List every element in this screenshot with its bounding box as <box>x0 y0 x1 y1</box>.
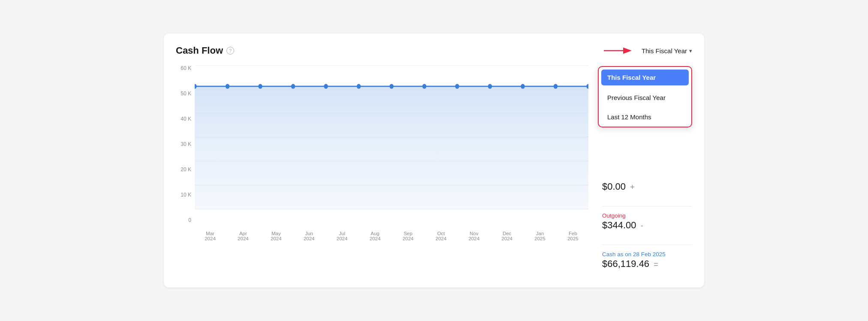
x-label-mar: Mar2024 <box>195 231 226 241</box>
y-label-40k: 40 K <box>176 116 195 122</box>
y-label-20k: 20 K <box>176 167 195 173</box>
cash-value: $66,119.46 = <box>602 258 692 270</box>
y-label-50k: 50 K <box>176 91 195 97</box>
chart-dot-6 <box>389 84 394 89</box>
y-label-30k: 30 K <box>176 141 195 147</box>
chart-dot-11 <box>554 84 558 89</box>
cash-sign: = <box>654 260 658 269</box>
x-label-feb: Feb2025 <box>558 231 588 241</box>
chevron-down-icon: ▾ <box>689 48 692 54</box>
chart-dot-10 <box>521 84 525 89</box>
x-label-may: May2024 <box>261 231 292 241</box>
dropdown-option-this-fiscal-year[interactable]: This Fiscal Year <box>601 70 689 85</box>
divider-1 <box>602 206 692 206</box>
x-axis: Mar2024 Apr2024 May2024 Jun2024 Jul2024 … <box>195 228 588 241</box>
y-axis: 0 10 K 20 K 30 K 40 K 50 K 60 K <box>176 65 195 241</box>
x-label-apr: Apr2024 <box>228 231 259 241</box>
period-dropdown: This Fiscal Year Previous Fiscal Year La… <box>598 66 692 127</box>
incoming-stat: $0.00 + <box>602 181 692 192</box>
x-label-jun: Jun2024 <box>294 231 325 241</box>
period-label: This Fiscal Year <box>642 47 687 55</box>
incoming-sign: + <box>630 183 635 191</box>
x-label-oct: Oct2024 <box>425 231 456 241</box>
chart-dot-5 <box>357 84 361 89</box>
cash-label: Cash as on 28 Feb 2025 <box>602 251 692 257</box>
x-label-nov: Nov2024 <box>458 231 489 241</box>
page-title: Cash Flow <box>176 45 223 56</box>
dropdown-option-previous-fiscal-year[interactable]: Previous Fiscal Year <box>599 88 691 107</box>
chart-wrapper: 0 10 K 20 K 30 K 40 K 50 K 60 K <box>176 65 588 241</box>
chart-dot-9 <box>488 84 492 89</box>
outgoing-label: Outgoing <box>602 212 692 219</box>
help-icon[interactable]: ? <box>226 47 234 55</box>
incoming-value: $0.00 + <box>602 181 692 192</box>
title-group: Cash Flow ? <box>176 45 234 56</box>
chart-dot-1 <box>226 84 230 89</box>
cash-stat: Cash as on 28 Feb 2025 $66,119.46 = <box>602 251 692 270</box>
x-label-sep: Sep2024 <box>392 231 423 241</box>
x-label-jul: Jul2024 <box>327 231 358 241</box>
outgoing-sign: - <box>641 221 643 230</box>
period-selector[interactable]: This Fiscal Year ▾ <box>642 47 692 55</box>
chart-dot-7 <box>422 84 427 89</box>
chart-dot-8 <box>455 84 459 89</box>
chart-dot-4 <box>324 84 328 89</box>
x-label-dec: Dec2024 <box>491 231 522 241</box>
outgoing-value: $344.00 - <box>602 220 692 231</box>
y-label-0: 0 <box>176 217 195 223</box>
chart-inner: Mar2024 Apr2024 May2024 Jun2024 Jul2024 … <box>195 65 588 241</box>
chart-container: 0 10 K 20 K 30 K 40 K 50 K 60 K <box>176 65 588 277</box>
y-label-10k: 10 K <box>176 192 195 198</box>
cash-flow-card: Cash Flow ? This Fiscal Year ▾ This Fisc… <box>164 33 704 288</box>
chart-fill <box>195 86 588 209</box>
chart-dot-3 <box>291 84 295 89</box>
y-label-60k: 60 K <box>176 65 195 71</box>
arrow-annotation <box>604 44 638 58</box>
outgoing-stat: Outgoing $344.00 - <box>602 212 692 231</box>
chart-dot-2 <box>258 84 262 89</box>
card-header: Cash Flow ? This Fiscal Year ▾ This Fisc… <box>176 44 692 58</box>
x-label-jan: Jan2025 <box>524 231 555 241</box>
chart-svg <box>195 65 588 228</box>
divider-2 <box>602 245 692 245</box>
x-label-aug: Aug2024 <box>360 231 391 241</box>
dropdown-option-last-12-months[interactable]: Last 12 Months <box>599 107 691 127</box>
